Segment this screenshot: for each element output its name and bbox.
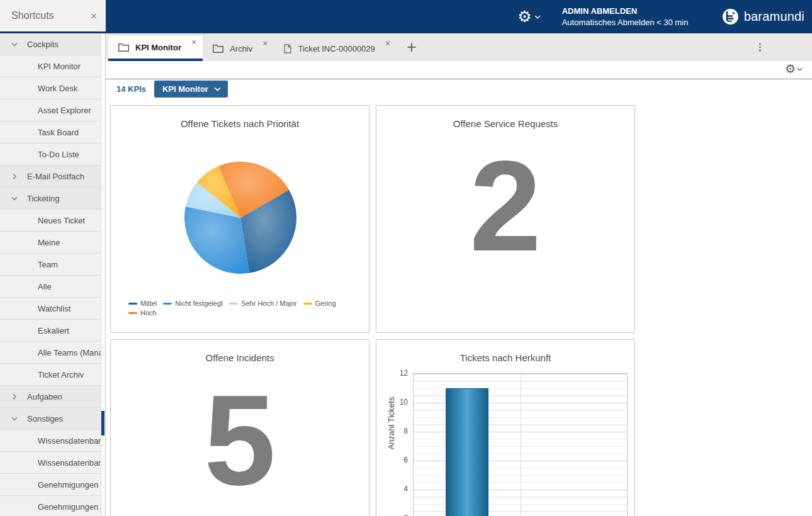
kpi-card-offene-service-requests[interactable]: Offene Service Requests 2 — [376, 105, 635, 333]
gear-icon[interactable]: ⚙ — [517, 9, 531, 25]
sidebar-item-to-do-liste[interactable]: To-Do Liste — [0, 143, 105, 165]
y-axis-label: Anzahl Tickets — [386, 361, 396, 486]
card-title: Offene Incidents — [111, 352, 369, 363]
sidebar-item-meine[interactable]: Meine — [0, 232, 105, 254]
brand-logo: baramundi — [722, 8, 804, 25]
top-header: ⚙ ADMIN ABMELDEN Automatisches Abmelden … — [0, 0, 812, 33]
pie-legend: MittelNicht festgelegtSehr Hoch / MajorG… — [128, 300, 350, 317]
sidebar-item-eskaliert[interactable]: Eskaliert — [0, 320, 105, 342]
brand-name: baramundi — [744, 9, 804, 24]
main-area: KPI Monitor×Archiv×Ticket INC-00000029× … — [106, 33, 812, 516]
tab-bar: KPI Monitor×Archiv×Ticket INC-00000029× … — [106, 33, 812, 61]
shortcuts-title: Shortcuts — [11, 10, 54, 21]
sidebar-item-watchlist[interactable]: Watchlist — [0, 298, 105, 320]
sidebar-group-cockpits[interactable]: Cockpits — [0, 33, 105, 55]
sidebar-group-aufgaben[interactable]: Aufgaben — [0, 386, 105, 408]
sidebar-item-genehmigungen[interactable]: Genehmigungen — [0, 474, 105, 496]
legend-item-nicht-festgelegt: Nicht festgelegt — [163, 300, 223, 307]
chevron-down-icon — [11, 417, 18, 421]
shortcuts-panel: Shortcuts × — [0, 0, 106, 31]
tab-close-icon[interactable]: × — [385, 39, 390, 48]
bar-series-0 — [446, 388, 488, 516]
sidebar-item-neues-ticket[interactable]: Neues Ticket — [0, 210, 105, 232]
chevron-right-icon — [13, 393, 17, 400]
tab-close-icon[interactable]: × — [262, 39, 268, 48]
legend-swatch — [163, 303, 172, 305]
kpi-value: 2 — [376, 141, 634, 270]
legend-item-sehr-hoch-major: Sehr Hoch / Major — [229, 300, 297, 307]
folder-icon — [213, 44, 223, 53]
y-axis-tick: 12 — [380, 368, 408, 378]
folder-icon — [118, 43, 129, 52]
baramundi-logo-icon — [722, 8, 739, 25]
kpi-view-dropdown[interactable]: KPI Monitor — [154, 81, 228, 98]
sidebar-item-kpi-monitor[interactable]: KPI Monitor — [0, 55, 105, 77]
tab-overflow-menu-icon[interactable]: ⋮ — [755, 42, 765, 53]
close-icon[interactable]: × — [91, 11, 97, 21]
legend-swatch — [128, 303, 137, 305]
sidebar-item-alle[interactable]: Alle — [0, 276, 105, 298]
new-tab-button[interactable]: + — [407, 39, 417, 56]
tab-archiv[interactable]: Archiv× — [203, 36, 274, 61]
legend-swatch — [128, 312, 137, 314]
kpi-count-label: 14 KPIs — [116, 84, 146, 94]
auto-logout-text: Automatisches Abmelden < 30 min — [562, 17, 708, 28]
gear-icon[interactable]: ⚙ — [785, 63, 796, 75]
card-title: Tickets nach Herkunft — [376, 352, 634, 363]
sidebar-item-genehmigungen-ar[interactable]: Genehmigungen Ar... — [0, 496, 105, 516]
sidebar-item-ticket-archiv[interactable]: Ticket Archiv — [0, 364, 105, 386]
dashboard-settings-menu[interactable]: ⚙ — [785, 63, 803, 75]
sidebar-item-asset-explorer[interactable]: Asset Explorer — [0, 99, 105, 121]
kpi-card-tickets-nach-prioritaet[interactable]: Offene Tickets nach Priorität MittelNich… — [110, 105, 369, 333]
sidebar-item-wissensdatenbank[interactable]: Wissensdatenbank ... — [0, 452, 105, 474]
sidebar-item-wissensdatenbank[interactable]: Wissensdatenbank — [0, 430, 105, 452]
header-settings-menu[interactable]: ⚙ — [517, 9, 540, 25]
chevron-down-icon — [797, 67, 803, 71]
card-title: Offene Service Requests — [376, 118, 634, 129]
legend-item-hoch: Hoch — [128, 309, 157, 317]
document-icon — [284, 44, 291, 53]
bar-chart-plot — [413, 373, 628, 516]
kpi-filter-row: 14 KPIs KPI Monitor — [106, 79, 812, 99]
chevron-down-icon — [11, 42, 18, 47]
y-axis-tick: 10 — [380, 397, 408, 407]
pie-chart — [178, 155, 303, 281]
kpi-value: 5 — [111, 375, 369, 504]
tab-ticket-inc-00000029[interactable]: Ticket INC-00000029× — [274, 36, 397, 61]
sidebar: CockpitsKPI MonitorWork DeskAsset Explor… — [0, 33, 106, 516]
legend-item-gering: Gering — [303, 300, 336, 307]
legend-swatch — [229, 303, 238, 305]
kpi-card-tickets-nach-herkunft[interactable]: Tickets nach Herkunft Anzahl Tickets 121… — [376, 339, 635, 516]
admin-logout-link[interactable]: ADMIN ABMELDEN — [562, 6, 708, 17]
kpi-card-offene-incidents[interactable]: Offene Incidents 5 — [110, 339, 369, 516]
y-axis-tick: 4 — [380, 484, 408, 494]
tab-kpi-monitor[interactable]: KPI Monitor× — [108, 36, 203, 61]
sidebar-item-work-desk[interactable]: Work Desk — [0, 77, 105, 99]
chevron-down-icon — [11, 196, 18, 201]
chevron-down-icon — [534, 15, 541, 19]
chevron-right-icon — [13, 173, 17, 179]
kpi-dashboard: Offene Tickets nach Priorität MittelNich… — [106, 99, 812, 516]
chevron-down-icon — [214, 87, 221, 91]
sidebar-scrollbar-thumb[interactable] — [101, 411, 104, 435]
sidebar-item-task-board[interactable]: Task Board — [0, 121, 105, 143]
sidebar-group-ticketing[interactable]: Ticketing — [0, 188, 105, 210]
sidebar-scrollbar-track[interactable] — [101, 33, 105, 516]
category-gridline — [521, 374, 521, 516]
sidebar-item-team[interactable]: Team — [0, 254, 105, 276]
legend-item-mittel: Mittel — [128, 300, 157, 307]
card-title: Offene Tickets nach Priorität — [111, 118, 369, 129]
sidebar-group-sonstiges[interactable]: Sonstiges — [0, 408, 105, 430]
tab-close-icon[interactable]: × — [191, 38, 196, 47]
y-axis-tick: 8 — [380, 426, 408, 436]
sidebar-group-e-mail-postfach[interactable]: E-Mail Postfach — [0, 165, 105, 188]
y-axis-tick: 2 — [380, 513, 408, 516]
sidebar-item-alle-teams-manag[interactable]: Alle Teams (Manag... — [0, 342, 105, 364]
legend-swatch — [303, 303, 312, 305]
y-axis-tick: 6 — [380, 455, 408, 465]
kpi-view-dropdown-label: KPI Monitor — [162, 84, 208, 94]
toolbar: ⚙ — [106, 61, 812, 79]
